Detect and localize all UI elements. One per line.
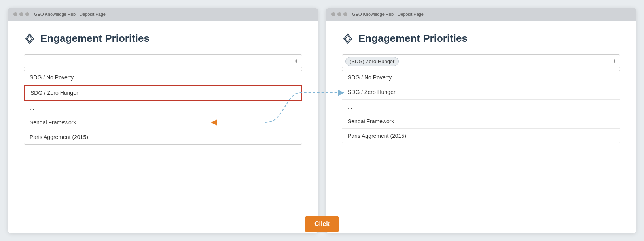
left-item-no-poverty[interactable]: SDG / No Poverty — [24, 70, 302, 85]
right-item-ellipsis[interactable]: ... — [342, 100, 620, 114]
left-browser-title: GEO Knowledge Hub - Deposit Page — [34, 12, 313, 17]
left-diamond-icon — [24, 33, 36, 45]
selected-tag-pill: (SDG) Zero Hunger — [345, 57, 399, 66]
left-select-input[interactable] — [24, 54, 302, 68]
left-item-sendai[interactable]: Sendai Framework — [24, 115, 302, 130]
right-diamond-icon — [342, 33, 354, 45]
right-titlebar: GEO Knowledge Hub - Deposit Page — [326, 8, 636, 21]
left-panel: GEO Knowledge Hub - Deposit Page Engagem… — [0, 0, 322, 241]
right-select-wrapper[interactable]: (SDG) Zero Hunger ⬍ — [342, 54, 620, 68]
right-panel: GEO Knowledge Hub - Deposit Page Engagem… — [322, 0, 644, 241]
left-browser-content: Engagement Priorities ⬍ SDG / No Poverty… — [8, 21, 318, 233]
left-item-zero-hunger[interactable]: SDG / Zero Hunger — [24, 85, 302, 101]
right-item-no-poverty[interactable]: SDG / No Poverty — [342, 70, 620, 85]
dot-r3 — [343, 12, 347, 16]
click-button[interactable]: Click — [305, 216, 339, 232]
right-browser-window: GEO Knowledge Hub - Deposit Page Engagem… — [326, 8, 636, 233]
left-section-title: Engagement Priorities — [40, 32, 150, 45]
left-item-ellipsis[interactable]: ... — [24, 101, 302, 115]
left-section-header: Engagement Priorities — [24, 32, 302, 45]
dot-3 — [25, 12, 29, 16]
dot-r2 — [337, 12, 341, 16]
dot-2 — [19, 12, 23, 16]
left-select-wrapper[interactable]: ⬍ — [24, 54, 302, 68]
left-browser-dots — [13, 12, 29, 16]
right-item-paris[interactable]: Paris Aggrement (2015) — [342, 129, 620, 143]
left-dropdown-list: SDG / No Poverty SDG / Zero Hunger ... S… — [24, 70, 302, 145]
right-browser-dots — [331, 12, 347, 16]
left-browser-window: GEO Knowledge Hub - Deposit Page Engagem… — [8, 8, 318, 233]
right-select-input[interactable]: (SDG) Zero Hunger — [342, 54, 620, 68]
right-browser-content: Engagement Priorities (SDG) Zero Hunger … — [326, 21, 636, 233]
right-browser-title: GEO Knowledge Hub - Deposit Page — [352, 12, 631, 17]
right-dropdown-list: SDG / No Poverty SDG / Zero Hunger ... S… — [342, 70, 620, 143]
selected-tag-label: (SDG) Zero Hunger — [350, 58, 394, 64]
dot-1 — [13, 12, 17, 16]
right-section-header: Engagement Priorities — [342, 32, 620, 45]
right-item-zero-hunger[interactable]: SDG / Zero Hunger — [342, 85, 620, 100]
left-item-paris[interactable]: Paris Aggrement (2015) — [24, 130, 302, 144]
right-section-title: Engagement Priorities — [358, 32, 468, 45]
left-titlebar: GEO Knowledge Hub - Deposit Page — [8, 8, 318, 21]
dot-r1 — [331, 12, 335, 16]
right-item-sendai[interactable]: Sendai Framework — [342, 114, 620, 129]
